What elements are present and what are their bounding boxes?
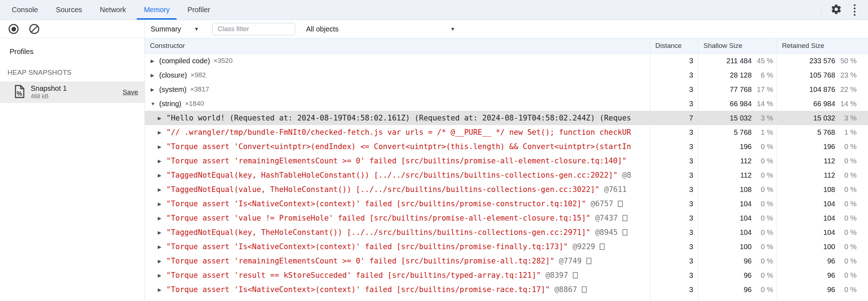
object-filter-select[interactable]: All objects ▼ (306, 25, 455, 33)
retained-size-value: 15 032 (813, 114, 835, 122)
heap-string-row[interactable]: ▶"Torque assert 'Is<NativeContext>(conte… (145, 240, 868, 254)
shallow-size-percent: 0 % (752, 286, 773, 294)
string-value: "Torque assert 'Convert<uintptr>(endInde… (166, 142, 631, 151)
retained-size-cell: 960 % (777, 268, 868, 282)
missing-glyph-icon (622, 229, 627, 236)
expand-icon[interactable]: ▶ (158, 144, 166, 149)
distance-cell: 3 (650, 211, 698, 225)
constructor-cell: ▼(string)×1840 (145, 97, 650, 111)
more-options-button[interactable] (850, 4, 859, 16)
heap-string-row[interactable]: ▶"TaggedNotEqual(key, HashTableHoleConst… (145, 168, 868, 182)
heap-string-row[interactable]: ▶"Torque assert 'remainingElementsCount … (145, 254, 868, 268)
expand-icon[interactable]: ▶ (158, 273, 166, 278)
retained-size-value: 112 (824, 171, 835, 179)
constructor-cell: ▶(compiled code)×3520 (145, 54, 650, 68)
missing-glyph-icon (618, 201, 623, 207)
constructor-group-row[interactable]: ▶(compiled code)×35203211 48445 %233 576… (145, 54, 868, 68)
expand-icon[interactable]: ▶ (158, 173, 166, 178)
expand-icon[interactable]: ▶ (158, 287, 166, 292)
expand-icon[interactable]: ▶ (158, 258, 166, 264)
retained-size-value: 196 (823, 143, 835, 151)
expand-icon[interactable]: ▶ (151, 87, 159, 92)
expand-icon[interactable]: ▶ (158, 158, 166, 164)
heap-string-row[interactable]: ▶"// .wrangler/tmp/bundle-FmNIt0/checked… (145, 125, 868, 139)
constructor-group-row[interactable]: ▶(system)×3817377 76817 %104 87622 % (145, 82, 868, 97)
chevron-down-icon: ▼ (194, 26, 199, 32)
shallow-size-value: 104 (740, 214, 752, 222)
retained-size-cell: 104 87622 % (777, 82, 868, 97)
tab-console[interactable]: Console (3, 0, 47, 20)
tab-sources[interactable]: Sources (47, 0, 91, 20)
string-value: "Torque assert 'Is<NativeContext>(contex… (166, 285, 550, 294)
distance-cell: 3 (650, 268, 698, 282)
settings-button[interactable] (830, 4, 842, 16)
retained-size-percent: 0 % (835, 286, 857, 294)
shallow-size-cell: 15 0323 % (698, 111, 777, 125)
distance-cell: 3 (650, 97, 698, 111)
table-header: Constructor Distance Shallow Size Retain… (145, 38, 868, 54)
constructor-name: (closure) (159, 71, 187, 79)
distance-cell: 3 (650, 225, 698, 240)
expand-icon[interactable]: ▶ (158, 130, 166, 135)
retained-size-percent: 1 % (835, 128, 857, 137)
clear-profiles-button[interactable] (29, 24, 39, 34)
constructor-group-row[interactable]: ▶(closure)×982328 1286 %105 76823 % (145, 68, 868, 82)
shallow-size-percent: 0 % (752, 243, 773, 251)
expand-icon[interactable]: ▶ (158, 201, 166, 207)
constructor-cell: ▶"Torque assert 'result == kStoreSuccede… (145, 268, 650, 282)
heap-string-row[interactable]: ▶"TaggedNotEqual(value, TheHoleConstant(… (145, 182, 868, 197)
expand-icon[interactable]: ▶ (158, 216, 166, 221)
expand-icon[interactable]: ▶ (158, 187, 166, 192)
constructor-group-row[interactable]: ▼(string)×1840366 98414 %66 98414 % (145, 97, 868, 111)
collapse-icon[interactable]: ▼ (151, 101, 159, 107)
expand-icon[interactable]: ▶ (151, 58, 159, 64)
tab-console-label: Console (12, 6, 38, 14)
heap-string-row[interactable]: ▶"Hello world! (Requested at: 2024-08-19… (145, 111, 868, 125)
heap-string-row[interactable]: ▶"TaggedNotEqual(key, TheHoleConstant())… (145, 225, 868, 240)
record-heap-snapshot-button[interactable] (9, 24, 19, 34)
column-header-distance[interactable]: Distance (650, 38, 698, 53)
retained-size-value: 96 (827, 286, 835, 294)
retained-size-cell: 1000 % (777, 240, 868, 254)
snapshot-toolbar: Summary ▼ All objects ▼ (145, 20, 868, 38)
column-header-shallow-size[interactable]: Shallow Size (698, 38, 777, 53)
retained-size-cell: 1120 % (777, 168, 868, 182)
retained-size-percent: 0 % (835, 157, 857, 165)
shallow-size-percent: 0 % (752, 200, 773, 208)
sidebar-item-snapshot-1[interactable]: % Snapshot 1 468 kB Save (0, 82, 145, 103)
column-header-retained-size[interactable]: Retained Size (777, 38, 868, 53)
expand-icon[interactable]: ▶ (158, 244, 166, 250)
retained-size-percent: 0 % (835, 186, 857, 194)
heap-string-row[interactable]: ▶"Torque assert 'Is<NativeContext>(conte… (145, 282, 868, 297)
object-id: @8397 (545, 271, 568, 280)
shallow-size-percent: 14 % (752, 100, 773, 108)
expand-icon[interactable]: ▶ (151, 73, 159, 78)
string-value: "Torque assert 'Is<NativeContext>(contex… (166, 199, 586, 208)
heap-string-row[interactable]: ▶"Torque assert 'result == kStoreSuccede… (145, 268, 868, 282)
gear-icon (831, 4, 842, 16)
expand-icon[interactable]: ▶ (158, 230, 166, 235)
save-snapshot-link[interactable]: Save (123, 88, 138, 96)
retained-size-percent: 0 % (835, 257, 857, 265)
heap-string-row[interactable]: ▶"Torque assert 'value != PromiseHole' f… (145, 211, 868, 225)
shallow-size-value: 15 032 (730, 114, 752, 122)
retained-size-value: 100 (823, 243, 835, 251)
heap-string-row[interactable]: ▶"Torque assert 'Is<NativeContext>(conte… (145, 197, 868, 211)
missing-glyph-icon (600, 243, 605, 250)
distance-cell: 3 (650, 240, 698, 254)
string-value: "Hello world! (Requested at: 2024-08-19T… (166, 114, 631, 122)
column-header-constructor[interactable]: Constructor (145, 38, 650, 53)
tab-network[interactable]: Network (91, 0, 135, 20)
shallow-size-cell: 960 % (698, 282, 777, 297)
perspective-select[interactable]: Summary ▼ (151, 25, 199, 33)
tab-profiler[interactable]: Profiler (178, 0, 219, 20)
heap-string-row[interactable]: ▶"Torque assert 'remainingElementsCount … (145, 154, 868, 168)
retained-size-value: 104 876 (809, 85, 835, 94)
tab-memory[interactable]: Memory (135, 0, 178, 20)
retained-size-value: 5 768 (817, 128, 835, 137)
shallow-size-percent: 0 % (752, 228, 773, 237)
shallow-size-cell: 1120 % (698, 168, 777, 182)
expand-icon[interactable]: ▶ (158, 115, 166, 121)
class-filter-input[interactable] (212, 23, 295, 35)
heap-string-row[interactable]: ▶"Torque assert 'Convert<uintptr>(endInd… (145, 139, 868, 154)
